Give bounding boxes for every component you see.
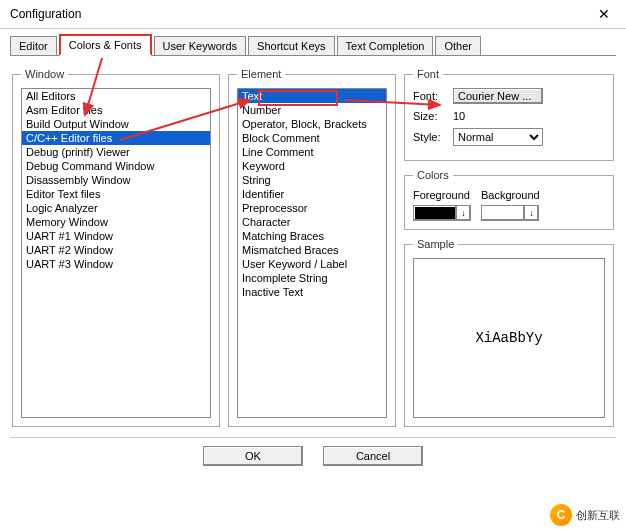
style-label: Style:: [413, 131, 447, 143]
element-legend: Element: [237, 68, 285, 80]
watermark-icon: C: [550, 504, 572, 526]
list-item[interactable]: Incomplete String: [238, 271, 386, 285]
list-item[interactable]: UART #3 Window: [22, 257, 210, 271]
list-item[interactable]: Matching Braces: [238, 229, 386, 243]
list-item[interactable]: Editor Text files: [22, 187, 210, 201]
cancel-button[interactable]: Cancel: [323, 446, 423, 466]
font-legend: Font: [413, 68, 443, 80]
colors-group: Colors Foreground ↓ Background ↓: [404, 169, 614, 230]
background-dropdown-icon[interactable]: ↓: [525, 205, 539, 221]
list-item[interactable]: Debug Command Window: [22, 159, 210, 173]
colors-legend: Colors: [413, 169, 453, 181]
watermark-text: 创新互联: [576, 508, 620, 523]
font-label: Font:: [413, 90, 447, 102]
close-icon[interactable]: ✕: [592, 6, 616, 22]
list-item[interactable]: Inactive Text: [238, 285, 386, 299]
tab-other[interactable]: Other: [435, 36, 481, 55]
foreground-dropdown-icon[interactable]: ↓: [457, 205, 471, 221]
list-item[interactable]: Character: [238, 215, 386, 229]
watermark: C 创新互联: [550, 504, 620, 526]
background-swatch[interactable]: [481, 205, 525, 221]
list-item[interactable]: Logic Analyzer: [22, 201, 210, 215]
background-label: Background: [481, 189, 540, 201]
tab-editor[interactable]: Editor: [10, 36, 57, 55]
tab-text-completion[interactable]: Text Completion: [337, 36, 434, 55]
window-group: Window All EditorsAsm Editor filesBuild …: [12, 68, 220, 427]
list-item[interactable]: Line Comment: [238, 145, 386, 159]
list-item[interactable]: UART #2 Window: [22, 243, 210, 257]
list-item[interactable]: Block Comment: [238, 131, 386, 145]
tab-colors-fonts[interactable]: Colors & Fonts: [59, 34, 152, 56]
list-item[interactable]: All Editors: [22, 89, 210, 103]
tabs: Editor Colors & Fonts User Keywords Shor…: [0, 29, 626, 55]
size-value: 10: [453, 110, 465, 122]
foreground-swatch[interactable]: [413, 205, 457, 221]
list-item[interactable]: User Keyword / Label: [238, 257, 386, 271]
list-item[interactable]: Memory Window: [22, 215, 210, 229]
list-item[interactable]: Debug (printf) Viewer: [22, 145, 210, 159]
list-item[interactable]: C/C++ Editor files: [22, 131, 210, 145]
font-picker-button[interactable]: Courier New ...: [453, 88, 543, 104]
list-item[interactable]: Keyword: [238, 159, 386, 173]
list-item[interactable]: Identifier: [238, 187, 386, 201]
style-select[interactable]: Normal: [453, 128, 543, 146]
dialog-buttons: OK Cancel: [10, 437, 616, 476]
element-group: Element TextNumberOperator, Block, Brack…: [228, 68, 396, 427]
sample-legend: Sample: [413, 238, 458, 250]
window-legend: Window: [21, 68, 68, 80]
foreground-label: Foreground: [413, 189, 470, 201]
list-item[interactable]: Mismatched Braces: [238, 243, 386, 257]
size-label: Size:: [413, 110, 447, 122]
window-title: Configuration: [10, 7, 81, 21]
sample-group: Sample XiAaBbYy: [404, 238, 614, 427]
tab-user-keywords[interactable]: User Keywords: [154, 36, 247, 55]
sample-text: XiAaBbYy: [413, 258, 605, 418]
window-listbox[interactable]: All EditorsAsm Editor filesBuild Output …: [21, 88, 211, 418]
list-item[interactable]: Text: [238, 89, 386, 103]
ok-button[interactable]: OK: [203, 446, 303, 466]
list-item[interactable]: Preprocessor: [238, 201, 386, 215]
list-item[interactable]: String: [238, 173, 386, 187]
font-group: Font Font: Courier New ... Size: 10 Styl…: [404, 68, 614, 161]
list-item[interactable]: Asm Editor files: [22, 103, 210, 117]
list-item[interactable]: Number: [238, 103, 386, 117]
tab-shortcut-keys[interactable]: Shortcut Keys: [248, 36, 334, 55]
element-listbox[interactable]: TextNumberOperator, Block, BracketsBlock…: [237, 88, 387, 418]
list-item[interactable]: Build Output Window: [22, 117, 210, 131]
list-item[interactable]: UART #1 Window: [22, 229, 210, 243]
titlebar: Configuration ✕: [0, 0, 626, 29]
list-item[interactable]: Operator, Block, Brackets: [238, 117, 386, 131]
list-item[interactable]: Disassembly Window: [22, 173, 210, 187]
